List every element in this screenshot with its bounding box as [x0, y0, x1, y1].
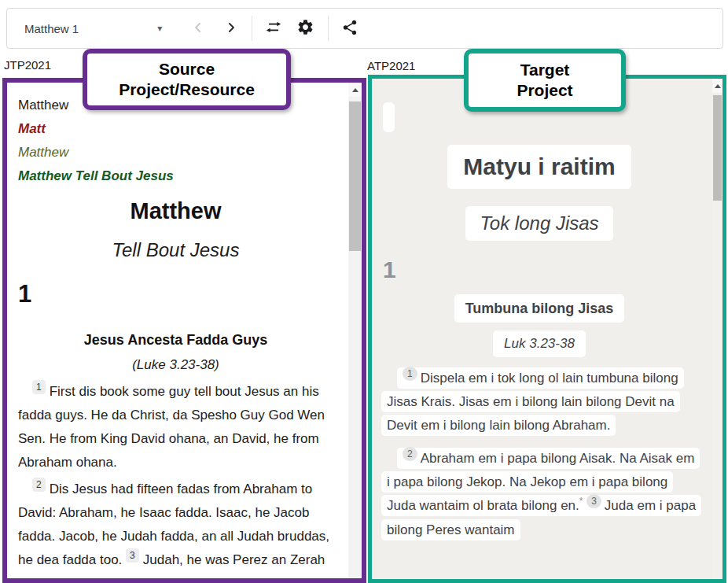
callout-text-line: Project/Resource: [87, 79, 286, 100]
footnote-marker[interactable]: *: [579, 496, 583, 507]
callout-text-line: Project: [469, 80, 621, 101]
scroll-up-button[interactable]: [712, 79, 722, 93]
target-scripture-editor: Matyu i raitim Tok long Jisas 1 Tumbuna …: [372, 79, 722, 542]
verse-segment[interactable]: 1Dispela em i tok long ol lain tumbuna b…: [381, 367, 684, 436]
toolbar-divider: [328, 16, 329, 41]
verse-number: 2: [32, 478, 46, 492]
target-annotation-callout: Target Project: [464, 49, 626, 112]
settings-button[interactable]: [292, 15, 318, 42]
gear-icon: [296, 18, 314, 39]
empty-segment[interactable]: [383, 102, 395, 132]
verse-text: Dispela em i tok long ol lain tumbuna bi…: [387, 371, 678, 433]
source-section-heading: Jesus Ancesta Fadda Guys: [18, 328, 333, 352]
reference-label: Matthew 1: [24, 22, 79, 35]
chevron-right-icon: [223, 20, 239, 38]
swap-arrows-icon: [264, 18, 283, 39]
swap-panes-button[interactable]: [260, 15, 287, 42]
scrollbar[interactable]: [348, 83, 362, 578]
verse-text: First dis book some guy tell bout Jesus …: [18, 384, 325, 470]
target-book-subtitle-row: Tok long Jisas: [381, 206, 697, 241]
source-header-line: Matt: [18, 117, 333, 141]
triangle-up-icon: [715, 84, 721, 88]
source-verse-paragraph: 2Dis Jesus had fifteen fadas from Abraha…: [18, 478, 333, 583]
share-icon: [341, 19, 358, 39]
target-parallel-reference[interactable]: Luk 3.23-38: [493, 330, 586, 357]
source-book-title: Matthew: [18, 197, 333, 224]
target-section-heading-row: Tumbuna bilong Jisas: [381, 294, 697, 323]
source-scripture-text: Matthew Matt Matthew Matthew Tell Bout J…: [7, 83, 362, 583]
callout-text-line: Target: [469, 60, 621, 80]
verse-number: 3: [586, 494, 601, 508]
share-button[interactable]: [336, 15, 363, 42]
target-verse-paragraph: 1Dispela em i tok long ol lain tumbuna b…: [381, 367, 697, 437]
triangle-up-icon: [352, 88, 358, 92]
scrollbar-thumb[interactable]: [349, 101, 361, 251]
chevron-left-icon: [190, 20, 206, 38]
source-verse-paragraph: 1First dis book some guy tell bout Jesus…: [18, 380, 333, 474]
source-pane: Matthew Matt Matthew Matthew Tell Bout J…: [2, 78, 366, 583]
scrollbar-thumb[interactable]: [713, 95, 722, 201]
target-book-subtitle[interactable]: Tok long Jisas: [465, 206, 612, 241]
target-book-title-row: Matyu i raitim: [381, 145, 697, 189]
verse-number: 3: [126, 548, 139, 563]
scroll-up-button[interactable]: [348, 83, 362, 97]
target-pane: Matyu i raitim Tok long Jisas 1 Tumbuna …: [368, 75, 726, 583]
reference-selector[interactable]: Matthew 1: [24, 22, 79, 35]
toolbar-divider: [252, 16, 252, 41]
target-section-heading[interactable]: Tumbuna bilong Jisas: [454, 294, 625, 323]
target-book-title[interactable]: Matyu i raitim: [447, 145, 631, 189]
target-parallel-reference-row: Luk 3.23-38: [381, 330, 697, 357]
source-book-subtitle: Tell Bout Jesus: [18, 238, 333, 262]
scrollbar[interactable]: [712, 79, 722, 579]
verse-segment[interactable]: 2Abraham em i papa bilong Aisak. Na Aisa…: [381, 448, 701, 541]
callout-text-line: Source: [87, 59, 286, 79]
verse-number: 1: [32, 380, 46, 394]
target-verse-paragraph: 2Abraham em i papa bilong Aisak. Na Aisa…: [381, 447, 697, 542]
source-header-line: Matthew: [18, 141, 333, 164]
previous-chapter-button[interactable]: [187, 17, 209, 39]
verse-number: 1: [403, 367, 417, 381]
source-pane-label: JTP2021: [4, 58, 51, 72]
source-chapter-number: 1: [18, 281, 333, 308]
source-annotation-callout: Source Project/Resource: [83, 49, 291, 110]
source-parallel-reference: (Luke 3.23-38): [18, 353, 333, 377]
source-header-line: Matthew Tell Bout Jesus: [18, 164, 333, 188]
target-chapter-number: 1: [383, 256, 697, 283]
chevron-down-icon[interactable]: ▾: [157, 23, 162, 34]
toolbar: Matthew 1 ▾: [6, 8, 723, 49]
next-chapter-button[interactable]: [220, 17, 242, 39]
target-pane-label: ATP2021: [367, 59, 415, 72]
verse-number: 2: [403, 447, 417, 461]
